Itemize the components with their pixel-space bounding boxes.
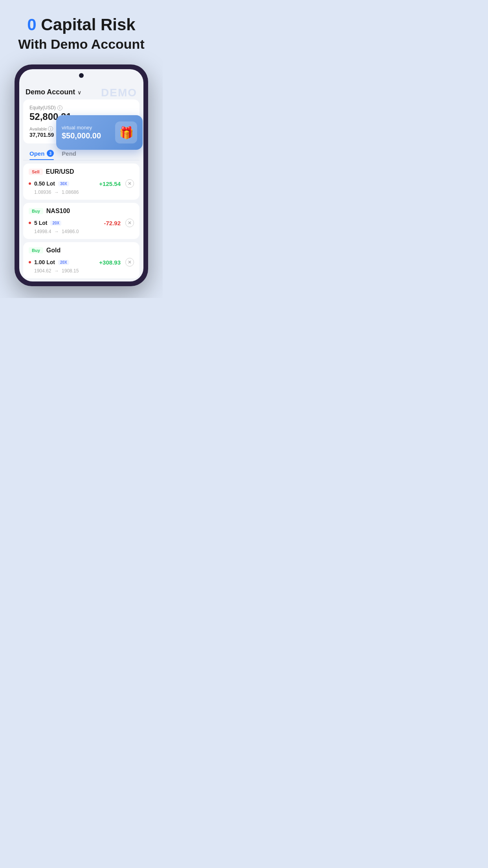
available-group: Available i 37,701.59 [29, 126, 54, 138]
equity-label: Equity(USD) i [29, 105, 133, 110]
tab-open-badge: 3 [47, 150, 54, 157]
gift-icon: 🎁 [115, 121, 137, 143]
screen-content: Demo Account ∨ DEMO Equity(USD) i 52,800… [19, 69, 143, 281]
pnl-eurusd: +125.54 [99, 180, 121, 187]
account-header[interactable]: Demo Account ∨ DEMO [19, 83, 143, 99]
trade-row-nas100: 5 Lot 20X -72.92 ✕ [29, 219, 134, 227]
close-eurusd-button[interactable]: ✕ [125, 179, 134, 188]
tab-pending[interactable]: Pend [62, 150, 76, 160]
tab-open-label: Open [29, 150, 44, 157]
pnl-row-nas100: -72.92 ✕ [104, 219, 134, 227]
prices-eurusd: 1.08936 → 1.08686 [29, 189, 134, 195]
dot-gold [29, 261, 31, 263]
trade-header-gold: Buy Gold [29, 247, 134, 254]
demo-watermark: DEMO [101, 86, 137, 99]
trade-row-gold: 1.00 Lot 20X +308.93 ✕ [29, 258, 134, 267]
trade-symbol-gold: Gold [46, 247, 61, 254]
phone-screen: Demo Account ∨ DEMO Equity(USD) i 52,800… [19, 69, 143, 281]
trade-card-gold: Buy Gold 1.00 Lot 20X +308.93 ✕ [23, 242, 139, 278]
trade-lot-eurusd: 0.50 Lot 30X [29, 180, 69, 187]
trade-header-nas100: Buy NAS100 [29, 208, 134, 215]
leverage-eurusd: 30X [58, 181, 69, 186]
lot-eurusd: 0.50 Lot [34, 180, 55, 187]
trade-symbol-nas100: NAS100 [46, 208, 70, 215]
trade-badge-buy-gold: Buy [29, 247, 43, 254]
trade-symbol-eurusd: EUR/USD [46, 168, 74, 175]
phone-frame: Demo Account ∨ DEMO Equity(USD) i 52,800… [15, 64, 148, 286]
prices-gold: 1904.62 → 1908.15 [29, 268, 134, 274]
equity-info-icon[interactable]: i [57, 105, 62, 110]
tab-pending-label: Pend [62, 150, 76, 157]
pnl-nas100: -72.92 [104, 220, 121, 226]
leverage-nas100: 20X [50, 221, 61, 226]
virtual-card-text: virtual money $50,000.00 [62, 125, 101, 140]
trade-card-nas100: Buy NAS100 5 Lot 20X -72.92 ✕ [23, 203, 139, 239]
trade-badge-sell: Sell [29, 169, 43, 175]
trade-card-eurusd: Sell EUR/USD 0.50 Lot 30X +125.54 ✕ [23, 164, 139, 200]
dot-nas100 [29, 222, 31, 224]
lot-gold: 1.00 Lot [34, 259, 55, 265]
trade-header-eurusd: Sell EUR/USD [29, 168, 134, 175]
pnl-row-eurusd: +125.54 ✕ [99, 179, 134, 188]
camera-notch [79, 73, 84, 78]
equity-card: Equity(USD) i 52,800.21 +360.55 Availabl… [23, 99, 139, 143]
pnl-gold: +308.93 [99, 259, 121, 266]
pnl-row-gold: +308.93 ✕ [99, 258, 134, 267]
leverage-gold: 20X [58, 260, 69, 265]
vm-amount: $50,000.00 [62, 131, 101, 140]
trade-lot-gold: 1.00 Lot 20X [29, 259, 69, 265]
lot-nas100: 5 Lot [34, 220, 47, 226]
trade-row-eurusd: 0.50 Lot 30X +125.54 ✕ [29, 179, 134, 188]
trade-lot-nas100: 5 Lot 20X [29, 220, 61, 226]
headline-sub: With Demo Account [18, 35, 144, 53]
virtual-card: virtual money $50,000.00 🎁 [56, 115, 143, 150]
tab-open[interactable]: Open 3 [29, 150, 54, 160]
dot-eurusd [29, 182, 31, 185]
available-value: 37,701.59 [29, 132, 54, 138]
trade-badge-buy-nas100: Buy [29, 208, 43, 214]
headline-top: 0 Capital Risk [18, 16, 144, 34]
available-label: Available i [29, 126, 54, 131]
headline-line1: Capital Risk [37, 15, 136, 34]
trade-list: Sell EUR/USD 0.50 Lot 30X +125.54 ✕ [19, 160, 143, 281]
available-info-icon[interactable]: i [48, 126, 53, 131]
close-gold-button[interactable]: ✕ [125, 258, 134, 267]
headline-section: 0 Capital Risk With Demo Account [18, 16, 144, 53]
zero-highlight: 0 [27, 15, 36, 34]
prices-nas100: 14998.4 → 14986.0 [29, 229, 134, 234]
chevron-down-icon: ∨ [77, 89, 81, 96]
account-title: Demo Account [26, 88, 75, 96]
close-nas100-button[interactable]: ✕ [125, 219, 134, 227]
vm-label: virtual money [62, 125, 101, 131]
